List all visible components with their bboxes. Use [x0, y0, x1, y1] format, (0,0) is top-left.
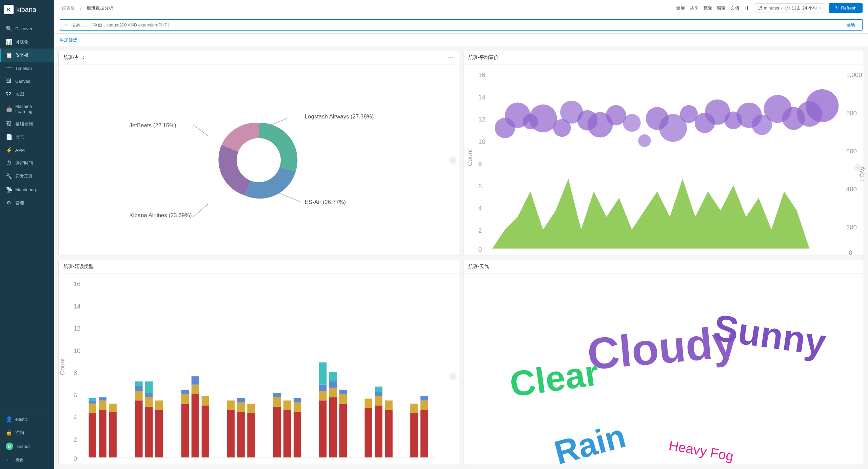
- svg-rect-104: [294, 412, 301, 458]
- svg-text:600: 600: [846, 148, 857, 155]
- svg-rect-112: [329, 388, 337, 397]
- sidebar-label-collapse: 折叠: [15, 457, 23, 463]
- panel-donut: 航班-占比 ···: [58, 51, 459, 256]
- visualize-icon: 📊: [6, 39, 12, 45]
- sidebar-item-dashboard[interactable]: 📋 仪表板: [0, 49, 54, 62]
- time-range-selector[interactable]: 15 minutes ‹ 🕐 过去 24 小时 ›: [754, 3, 825, 13]
- sidebar-label-timelion: Timelion: [15, 66, 32, 71]
- svg-text:10: 10: [74, 347, 81, 354]
- sidebar-item-management[interactable]: ⚙ 管理: [0, 196, 54, 209]
- clone-button[interactable]: 克隆: [703, 5, 712, 11]
- sidebar-item-devtools[interactable]: 🔧 开发工具: [0, 170, 54, 183]
- add-filter-button[interactable]: 添加筛选 +: [60, 36, 863, 44]
- search-input-wrap[interactable]: >_ 选项: [60, 19, 863, 31]
- sidebar-item-logs[interactable]: 📄 日志: [0, 130, 54, 144]
- topbar-actions: 全屏 共享 克隆 编辑 文档 ⏸ 15 minutes ‹ 🕐 过去 24 小时…: [676, 3, 863, 13]
- svg-text:08:00: 08:00: [353, 468, 369, 469]
- sidebar-item-discover[interactable]: 🔍 Discover: [0, 22, 54, 35]
- svg-rect-91: [202, 396, 209, 406]
- svg-rect-129: [420, 400, 428, 410]
- sidebar-item-uptime[interactable]: ⏱ 运行时间: [0, 157, 54, 170]
- bar-group-23b: [237, 398, 244, 458]
- sidebar-item-ml[interactable]: 🤖 Machine Learning: [0, 100, 54, 117]
- share-button[interactable]: 共享: [690, 5, 698, 11]
- svg-rect-113: [329, 381, 337, 388]
- svg-text:4: 4: [478, 205, 482, 212]
- panel-donut-menu[interactable]: ···: [448, 55, 454, 61]
- panel-donut-nav[interactable]: ‹: [449, 156, 457, 164]
- ml-icon: 🤖: [6, 106, 12, 112]
- svg-line-4: [193, 125, 208, 136]
- monitoring-icon: 📡: [6, 186, 12, 193]
- pause-button[interactable]: ⏸: [744, 5, 749, 11]
- bar-group-05a: [319, 362, 327, 458]
- bar-group-17c: [155, 400, 163, 457]
- bar-group-23a: [227, 400, 234, 457]
- svg-rect-77: [135, 381, 142, 386]
- sidebar-item-timelion[interactable]: 〰 Timelion: [0, 62, 54, 75]
- svg-rect-68: [89, 398, 96, 400]
- bar-group-08c: [385, 400, 392, 457]
- panel-bubble-nav[interactable]: ‹: [854, 164, 862, 171]
- svg-text:4: 4: [74, 414, 77, 421]
- bar-group-02a: [273, 393, 281, 458]
- bubble-chart-svg: 16 14 12 10 8 6 4 2 0 1,000 800 600 400 …: [467, 64, 860, 268]
- svg-text:12: 12: [478, 116, 486, 123]
- sidebar-default[interactable]: D Default: [0, 439, 54, 453]
- devtools-icon: 🔧: [6, 173, 12, 180]
- svg-rect-71: [99, 397, 106, 400]
- sidebar-user-elastic[interactable]: 👤 elastic: [0, 413, 54, 426]
- main-content: 仪表板 / 航班数据分析 全屏 共享 克隆 编辑 文档 ⏸ 15 minutes…: [54, 0, 868, 469]
- bar-group-20a: [181, 390, 189, 457]
- sidebar: K kibana 🔍 Discover 📊 可视化 📋 仪表板 〰 Timeli…: [0, 0, 54, 469]
- refresh-icon: ↻: [835, 5, 839, 11]
- bar-group-17b: [145, 381, 153, 458]
- bar-group-11b: [420, 396, 428, 457]
- sidebar-label-uptime: 运行时间: [15, 160, 33, 166]
- svg-rect-115: [339, 404, 347, 458]
- panel-bar-nav[interactable]: ‹: [449, 373, 457, 380]
- panel-weather-header: 航班-天气: [463, 260, 864, 274]
- svg-rect-66: [89, 404, 96, 413]
- sidebar-item-maps[interactable]: 🗺 地图: [0, 88, 54, 100]
- svg-text:0: 0: [478, 246, 482, 253]
- breadcrumb-home[interactable]: 仪表板: [62, 5, 75, 11]
- svg-line-1: [265, 118, 287, 127]
- svg-rect-110: [319, 362, 327, 384]
- docs-button[interactable]: 文档: [730, 5, 739, 11]
- donut-labels-svg: Logstash Airways (27.38%) ES-Air (26.77%…: [62, 68, 455, 252]
- sidebar-label-dashboard: 仪表板: [15, 52, 28, 58]
- sidebar-item-infra[interactable]: 🏗 基础设施: [0, 117, 54, 130]
- sidebar-item-apm[interactable]: ⚡ APM: [0, 144, 54, 157]
- svg-text:17:00: 17:00: [131, 468, 146, 469]
- svg-rect-111: [329, 397, 337, 458]
- svg-rect-124: [385, 410, 392, 457]
- sidebar-label-infra: 基础设施: [15, 121, 33, 127]
- bar-chart-svg: 16 14 12 10 8 6 4 2 0 Count: [62, 274, 455, 469]
- svg-text:0: 0: [74, 455, 77, 462]
- sidebar-item-monitoring[interactable]: 📡 Monitoring: [0, 183, 54, 196]
- sidebar-logout[interactable]: 🔓 注销: [0, 426, 54, 439]
- sidebar-label-logs: 日志: [15, 134, 24, 140]
- bar-group-02b: [283, 400, 291, 457]
- sidebar-item-canvas[interactable]: 🖼 Canvas: [0, 75, 54, 88]
- svg-text:Count: Count: [59, 358, 66, 375]
- sidebar-item-visualize[interactable]: 📊 可视化: [0, 35, 54, 49]
- edit-button[interactable]: 编辑: [717, 5, 726, 11]
- panel-bubble-header: 航班-平均票价: [463, 51, 864, 64]
- search-options[interactable]: 选项: [846, 22, 855, 28]
- svg-rect-85: [181, 394, 189, 404]
- panel-bubble-title: 航班-平均票价: [468, 55, 498, 61]
- sidebar-label-management: 管理: [15, 200, 24, 206]
- fullscreen-button[interactable]: 全屏: [676, 5, 685, 11]
- time-nav-next[interactable]: ›: [819, 5, 821, 11]
- search-input[interactable]: [71, 22, 846, 27]
- svg-rect-100: [273, 397, 281, 407]
- infra-icon: 🏗: [6, 121, 12, 127]
- bar-group-11a: [410, 404, 418, 458]
- refresh-button[interactable]: ↻ Refresh: [829, 3, 863, 13]
- svg-text:2: 2: [74, 436, 77, 443]
- time-nav-prev[interactable]: ‹: [781, 5, 783, 11]
- sidebar-collapse[interactable]: ← 折叠: [0, 453, 54, 466]
- breadcrumb-current: 航班数据分析: [87, 5, 113, 11]
